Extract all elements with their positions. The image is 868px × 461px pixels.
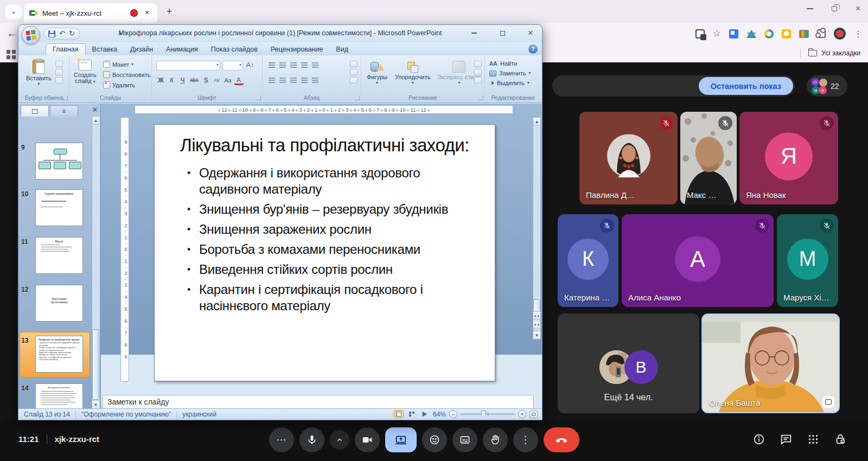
participant-counter[interactable]: О м я 22 — [807, 75, 847, 97]
slide-scrollbar[interactable]: ▲ ▲▲ ▼▼ ▼ — [533, 117, 541, 340]
bookmark-star-icon[interactable]: ☆ — [713, 28, 721, 39]
browser-tab-meet[interactable]: Meet – xjk-zzxu-rct × — [24, 3, 157, 23]
participant-tile-max[interactable]: Макс … — [680, 112, 737, 204]
microphone-button[interactable] — [299, 427, 324, 452]
end-call-button[interactable] — [544, 427, 579, 452]
more-participants-tile[interactable]: В Ещё 14 чел. — [558, 313, 699, 413]
shapes-button[interactable]: Фигуры ▾ — [367, 61, 387, 85]
raise-hand-button[interactable] — [483, 427, 508, 452]
numbering-button[interactable] — [278, 61, 286, 68]
frame-extension-icon[interactable] — [799, 30, 809, 38]
window-minimize-button[interactable] — [807, 8, 813, 9]
window-restore-button[interactable] — [832, 6, 837, 11]
layout-button[interactable]: Макет▾ — [103, 61, 150, 68]
apps-grid-icon[interactable] — [7, 50, 16, 59]
slide-title[interactable]: Лікувальні та профілактичні заходи: — [178, 133, 471, 157]
slide-body-text[interactable]: Одержання і використання здорового садив… — [186, 165, 468, 314]
font-size-combo[interactable] — [222, 61, 243, 71]
convert-smartart-button[interactable] — [350, 77, 358, 84]
paste-button[interactable]: Вставить ▾ — [26, 60, 52, 86]
find-button[interactable]: ААНайти — [489, 60, 531, 67]
tab-pokaz-slaydov[interactable]: Показ слайдов — [205, 44, 264, 55]
back-button[interactable]: ← — [7, 27, 17, 40]
cut-button[interactable] — [55, 61, 63, 67]
next-slide-button[interactable]: ▼▼ — [533, 321, 540, 329]
stop-presenting-button[interactable]: Остановить показ — [699, 77, 793, 95]
scroll-up-button[interactable]: ▲ — [92, 117, 99, 125]
decrease-indent-button[interactable] — [289, 61, 297, 68]
present-screen-button-active[interactable] — [385, 427, 417, 452]
align-left-button[interactable] — [267, 76, 276, 84]
align-right-button[interactable] — [289, 76, 297, 84]
picture-in-picture-icon[interactable] — [822, 396, 834, 408]
window-close-button[interactable]: × — [856, 5, 860, 12]
mic-device-chevron-button[interactable] — [330, 430, 349, 450]
slides-view-tab[interactable] — [21, 105, 49, 117]
reactions-button[interactable] — [422, 427, 447, 452]
justify-button[interactable] — [299, 76, 308, 84]
zoom-slider-thumb[interactable] — [481, 411, 486, 418]
tab-recenzirovanie[interactable]: Рецензирование — [264, 44, 330, 55]
participant-tile-pavlina[interactable]: Павлина Д… — [579, 112, 678, 204]
help-button[interactable]: ? — [528, 44, 538, 54]
tab-close-button[interactable]: × — [142, 8, 152, 18]
camera-button[interactable] — [355, 427, 380, 452]
tab-vstavka[interactable]: Вставка — [86, 44, 124, 55]
ppt-titlebar[interactable]: ↶ ↻ ▾ Мікрофлора лікарських рослин і рос… — [18, 25, 542, 42]
new-tab-button[interactable]: + — [163, 6, 176, 17]
more-controls-button[interactable]: ⋮ — [513, 427, 538, 452]
participant-tile-marusya[interactable]: М Маруся Хі… — [777, 214, 838, 307]
format-painter-button[interactable] — [55, 77, 63, 84]
line-spacing-button[interactable] — [310, 61, 319, 68]
tab-search-button[interactable]: ⌄ — [5, 5, 22, 19]
strikethrough-button[interactable]: abc — [189, 76, 200, 85]
font-dialog-launcher[interactable] — [256, 95, 261, 100]
office-button[interactable] — [22, 26, 40, 44]
shape-effects-button[interactable] — [474, 77, 482, 84]
keep-extension-icon[interactable] — [782, 29, 791, 39]
language-status[interactable]: украинский — [182, 411, 216, 418]
participant-tile-yana[interactable]: Я Яна Новак — [739, 112, 838, 204]
new-slide-button[interactable]: Создать слайд ▾ — [74, 60, 97, 84]
italic-button[interactable]: К — [167, 76, 176, 85]
colored-circle-extension-icon[interactable] — [764, 29, 774, 39]
fit-to-window-button[interactable] — [529, 411, 538, 418]
bold-button[interactable]: Ж — [156, 76, 165, 85]
columns-button[interactable] — [310, 76, 319, 84]
translate-page-icon[interactable] — [695, 29, 705, 39]
arrange-button[interactable]: Упорядочить ▾ — [395, 61, 430, 85]
shape-fill-button[interactable] — [474, 61, 482, 67]
reset-button[interactable]: Восстановить — [103, 71, 150, 78]
scroll-down-button[interactable]: ▼ — [533, 331, 540, 339]
normal-view-button[interactable] — [394, 410, 404, 418]
recording-badge-icon[interactable] — [834, 28, 846, 40]
zoom-in-button[interactable]: + — [518, 410, 526, 418]
host-controls-lock-button[interactable] — [834, 433, 846, 445]
scroll-up-button[interactable]: ▲ — [533, 118, 540, 126]
slide-canvas[interactable]: Лікувальні та профілактичні заходи: Одер… — [154, 124, 495, 381]
tab-glavnaya[interactable]: Главная — [46, 43, 86, 55]
ppt-close-button[interactable]: × — [524, 28, 538, 38]
captions-button[interactable] — [452, 427, 477, 452]
delete-slide-button[interactable]: Удалить — [103, 81, 150, 88]
align-text-button[interactable] — [350, 69, 358, 75]
zoom-out-button[interactable]: – — [449, 410, 457, 418]
zoom-level[interactable]: 64% — [433, 411, 446, 418]
close-panel-button[interactable]: × — [93, 105, 97, 114]
shape-outline-button[interactable] — [474, 69, 482, 75]
align-center-button[interactable] — [278, 76, 286, 84]
browser-menu-icon[interactable]: ⋮ — [854, 29, 863, 39]
select-button[interactable]: Выделить▾ — [489, 80, 531, 86]
drawing-dialog-launcher[interactable] — [478, 95, 483, 100]
tab-animaciya[interactable]: Анимация — [159, 44, 205, 55]
thumbnails-scrollbar[interactable]: ▲ ▼ — [92, 117, 100, 408]
grow-font-button[interactable]: A↑ — [245, 61, 255, 70]
character-spacing-button[interactable]: AV — [212, 76, 221, 85]
underline-button[interactable]: Ч — [178, 76, 187, 85]
ppt-restore-button[interactable] — [495, 28, 509, 38]
participant-tile-katerina[interactable]: К Катерина … — [558, 214, 618, 307]
previous-slide-button[interactable]: ▲▲ — [533, 311, 540, 319]
bullets-button[interactable] — [267, 61, 276, 68]
translate-extension-icon[interactable] — [729, 29, 738, 39]
all-bookmarks[interactable]: Усі закладки — [800, 49, 860, 57]
